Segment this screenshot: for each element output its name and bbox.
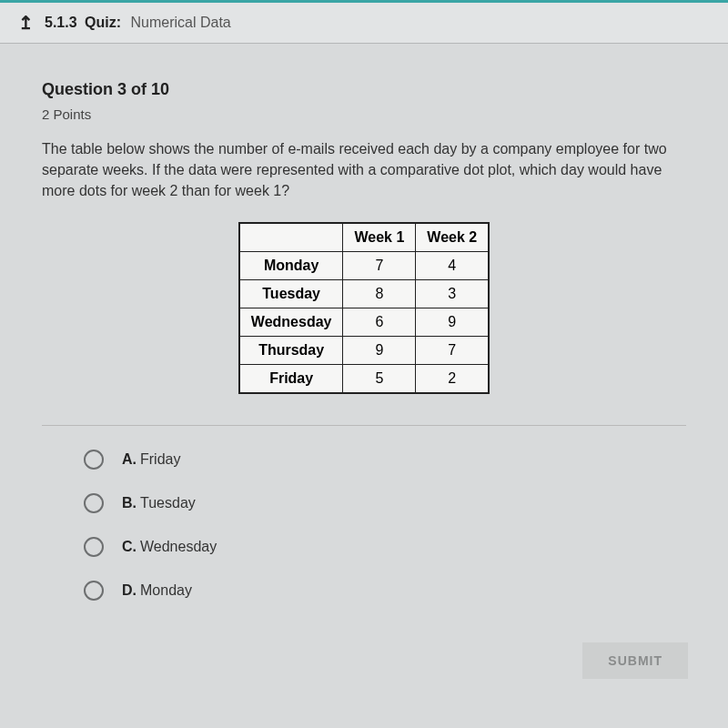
quiz-code: 5.1.3	[45, 15, 77, 30]
table-data-cell: 8	[343, 279, 416, 308]
option-text: Monday	[140, 582, 192, 598]
table-data-cell: 6	[343, 308, 416, 336]
submit-button[interactable]: SUBMIT	[582, 642, 688, 679]
data-table-container: Week 1 Week 2 Monday 7 4 Tuesday 8 3 Wed…	[42, 222, 686, 394]
radio-icon	[84, 493, 104, 513]
table-data-cell: 2	[416, 364, 489, 393]
divider	[42, 425, 686, 426]
table-data-cell: 4	[416, 251, 489, 279]
table-day-cell: Wednesday	[239, 308, 343, 336]
option-text: Wednesday	[140, 539, 217, 554]
table-day-cell: Tuesday	[239, 279, 343, 308]
option-letter: A.	[122, 451, 136, 467]
table-data-cell: 7	[416, 336, 489, 364]
table-row: Wednesday 6 9	[239, 308, 489, 336]
table-row: Thursday 9 7	[239, 336, 489, 364]
table-corner-cell	[239, 223, 343, 252]
option-a[interactable]: A.Friday	[84, 450, 686, 470]
footer: SUBMIT	[0, 633, 728, 679]
question-points: 2 Points	[42, 106, 686, 122]
table-day-cell: Monday	[239, 251, 343, 279]
radio-icon	[84, 581, 104, 601]
quiz-label: Quiz:	[85, 15, 121, 30]
table-data-cell: 3	[416, 279, 489, 308]
option-letter: C.	[122, 539, 136, 554]
top-bar: ↥ 5.1.3 Quiz: Numerical Data	[0, 0, 728, 44]
option-text: Friday	[140, 451, 180, 467]
table-header-row: Week 1 Week 2	[239, 223, 489, 252]
table-col-week1: Week 1	[343, 223, 416, 252]
table-data-cell: 9	[343, 336, 416, 364]
table-day-cell: Friday	[239, 364, 343, 393]
option-letter: B.	[122, 495, 136, 511]
table-row: Tuesday 8 3	[239, 279, 489, 308]
table-row: Monday 7 4	[239, 251, 489, 279]
table-col-week2: Week 2	[416, 223, 489, 252]
question-content: Question 3 of 10 2 Points The table belo…	[0, 44, 728, 633]
question-title: Question 3 of 10	[42, 80, 686, 99]
options-group: A.Friday B.Tuesday C.Wednesday D.Monday	[42, 450, 686, 601]
question-prompt: The table below shows the number of e-ma…	[42, 138, 670, 202]
table-data-cell: 9	[416, 308, 489, 336]
data-table: Week 1 Week 2 Monday 7 4 Tuesday 8 3 Wed…	[238, 222, 490, 394]
table-data-cell: 7	[343, 251, 416, 279]
radio-icon	[84, 537, 104, 557]
table-day-cell: Thursday	[239, 336, 343, 364]
table-row: Friday 5 2	[239, 364, 489, 393]
option-d[interactable]: D.Monday	[84, 581, 686, 601]
radio-icon	[84, 450, 104, 470]
table-data-cell: 5	[343, 364, 416, 393]
back-icon[interactable]: ↥	[18, 12, 34, 34]
quiz-subject: Numerical Data	[131, 15, 231, 30]
option-b[interactable]: B.Tuesday	[84, 493, 686, 513]
option-c[interactable]: C.Wednesday	[84, 537, 686, 557]
option-text: Tuesday	[140, 495, 196, 511]
option-letter: D.	[122, 582, 136, 598]
